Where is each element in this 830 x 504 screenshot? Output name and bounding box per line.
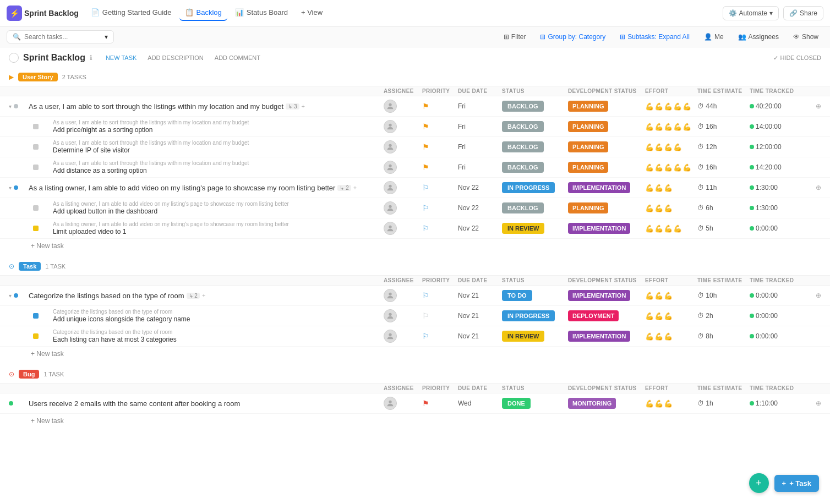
subtasks-button[interactable]: ⊞ Subtasks: Expand All (615, 30, 695, 43)
priority-cell: ⚑ (422, 122, 458, 131)
assignees-button[interactable]: 👥 Assignees (733, 30, 784, 43)
dev-status-cell[interactable]: PLANNING (568, 163, 645, 171)
assignee-avatar[interactable] (384, 161, 397, 174)
assignee-avatar[interactable] (384, 222, 397, 235)
task-checkbox[interactable] (33, 333, 39, 339)
tab-view[interactable]: + View (296, 5, 328, 21)
dev-status-cell[interactable]: DEPLOYMENT (568, 312, 645, 320)
tab-backlog[interactable]: 📋 Backlog (179, 5, 227, 21)
task-expand-icon[interactable]: ⊙ (9, 262, 14, 270)
group-by-button[interactable]: ⊟ Group by: Category (535, 30, 610, 43)
assignee-avatar[interactable] (384, 140, 397, 154)
task-name: Add unique icons alongside the category … (53, 315, 190, 323)
dev-status-cell[interactable]: IMPLEMENTATION (568, 224, 645, 232)
add-subtask-icon[interactable]: + (353, 184, 357, 191)
assignee-avatar[interactable] (384, 100, 397, 113)
status-cell[interactable]: BACKLOG (502, 163, 568, 171)
tab-status-board[interactable]: 📊 Status Board (230, 5, 293, 21)
me-button[interactable]: 👤 Me (699, 30, 729, 43)
time-tracked-cell: 14:20:00 (750, 163, 805, 171)
time-tracked-cell: 1:30:00 (750, 184, 805, 191)
filter-button[interactable]: ⊞ Filter (499, 30, 531, 43)
task-checkbox[interactable] (33, 165, 39, 170)
add-subtask-icon[interactable]: + (302, 103, 305, 109)
svg-point-2 (389, 144, 391, 147)
share-button[interactable]: 🔗 Share (783, 6, 823, 20)
assignee-avatar[interactable] (384, 397, 397, 410)
task-checkbox[interactable] (33, 205, 39, 211)
status-cell[interactable]: DONE (502, 399, 568, 407)
parent-label: As a listing owner, I am able to add vid… (53, 201, 384, 207)
add-task-fab-button[interactable]: + + Task (774, 475, 819, 492)
row-menu-icon[interactable]: ⊕ (816, 184, 821, 191)
search-input[interactable] (24, 33, 101, 41)
column-headers-1: ASSIGNEE PRIORITY DUE DATE STATUS DEVELO… (0, 86, 830, 96)
dev-status-cell[interactable]: IMPLEMENTATION (568, 332, 645, 340)
add-subtask-icon[interactable]: + (202, 292, 205, 299)
app-logo: ⚡ (7, 6, 22, 21)
status-cell[interactable]: IN REVIEW (502, 224, 568, 232)
assignee-avatar[interactable] (384, 120, 397, 133)
quick-action-button[interactable]: + (749, 473, 769, 493)
task-checkbox[interactable] (33, 144, 39, 150)
tab-getting-started[interactable]: 📄 Getting Started Guide (85, 5, 177, 21)
assignee-avatar[interactable] (384, 201, 397, 215)
show-button[interactable]: 👁 Show (788, 30, 823, 43)
row-chevron[interactable]: ▾ (9, 293, 12, 299)
bug-expand-icon[interactable]: ⊙ (9, 370, 14, 378)
dev-status-cell[interactable]: IMPLEMENTATION (568, 292, 645, 299)
due-date-cell: Fri (458, 102, 502, 110)
add-description-button[interactable]: ADD DESCRIPTION (143, 53, 208, 63)
add-new-task-task[interactable]: + New task (0, 347, 830, 361)
status-cell[interactable]: TO DO (502, 292, 568, 299)
hide-closed-button[interactable]: ✓ HIDE CLOSED (773, 54, 821, 62)
new-task-button[interactable]: NEW TASK (101, 53, 141, 63)
dev-status-cell[interactable]: IMPLEMENTATION (568, 184, 645, 191)
status-cell[interactable]: BACKLOG (502, 204, 568, 212)
page-title-checkbox[interactable] (9, 53, 19, 63)
task-checkbox[interactable] (33, 124, 39, 129)
task-name: Add price/night as a sorting option (53, 126, 152, 134)
assignee-avatar[interactable] (384, 289, 397, 302)
automate-button[interactable]: ⚙️ Automate ▾ (723, 6, 779, 20)
assignee-avatar[interactable] (384, 181, 397, 194)
search-box[interactable]: 🔍 ▾ (7, 30, 114, 43)
status-cell[interactable]: BACKLOG (502, 123, 568, 130)
row-chevron[interactable]: ▾ (9, 185, 12, 191)
row-menu-icon[interactable]: ⊕ (816, 102, 821, 110)
svg-point-9 (389, 333, 391, 336)
dev-status-cell[interactable]: PLANNING (568, 123, 645, 130)
row-chevron[interactable]: ▾ (9, 103, 12, 109)
add-new-task-user-story[interactable]: + New task (0, 239, 830, 253)
add-comment-button[interactable]: ADD COMMENT (210, 53, 265, 63)
column-headers-2: ASSIGNEE PRIORITY DUE DATE STATUS DEVELO… (0, 276, 830, 286)
dev-status-cell[interactable]: MONITORING (568, 399, 645, 407)
priority-flag: ⚐ (422, 224, 429, 233)
row-menu-icon[interactable]: ⊕ (816, 292, 821, 299)
status-cell[interactable]: IN REVIEW (502, 332, 568, 340)
due-date-cell: Nov 22 (458, 204, 502, 212)
task-checkbox[interactable] (33, 313, 39, 319)
status-cell[interactable]: IN PROGRESS (502, 312, 568, 320)
dev-status-cell[interactable]: PLANNING (568, 143, 645, 151)
group-bug: ⊙ Bug 1 TASK (0, 365, 830, 384)
add-new-task-bug[interactable]: + New task (0, 414, 830, 428)
parent-label: As a user, I am able to sort through the… (53, 119, 384, 125)
search-dropdown-icon[interactable]: ▾ (105, 33, 108, 41)
priority-cell: ⚑ (422, 102, 458, 111)
user-story-expand-icon[interactable]: ▶ (9, 73, 14, 81)
row-menu-icon[interactable]: ⊕ (816, 399, 821, 407)
time-estimate-cell: ⏱ 16h (697, 163, 750, 171)
dev-status-cell[interactable]: PLANNING (568, 204, 645, 212)
share-icon: 🔗 (789, 9, 798, 17)
assignee-avatar[interactable] (384, 330, 397, 343)
status-cell[interactable]: BACKLOG (502, 143, 568, 151)
assignee-avatar[interactable] (384, 309, 397, 322)
task-checkbox[interactable] (33, 226, 39, 231)
nav-title: Sprint Backlog (24, 9, 79, 18)
status-cell[interactable]: IN PROGRESS (502, 184, 568, 191)
status-cell[interactable]: BACKLOG (502, 102, 568, 110)
automate-icon: ⚙️ (729, 9, 737, 17)
table-row: ▾ As a user, I am able to sort through t… (0, 96, 830, 117)
dev-status-cell[interactable]: PLANNING (568, 102, 645, 110)
